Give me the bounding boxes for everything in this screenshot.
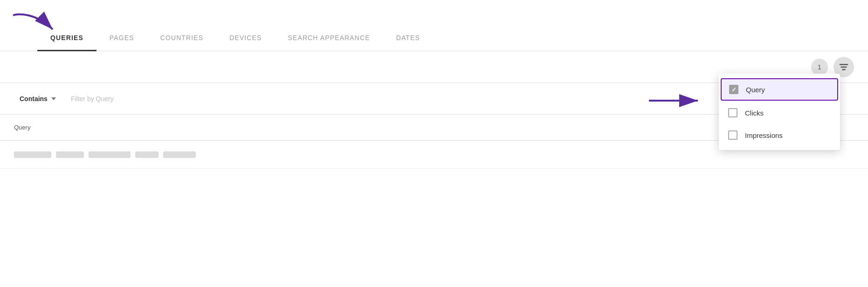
impressions-checkbox[interactable] <box>728 130 737 140</box>
impressions-option-label: Impressions <box>745 131 783 139</box>
query-option-label: Query <box>746 86 765 94</box>
tab-countries[interactable]: COUNTRIES <box>147 26 217 51</box>
filter-query-input[interactable]: Filter by Query <box>71 95 114 102</box>
dropdown-item-clicks[interactable]: Clicks <box>719 102 840 124</box>
tabs-bar: QUERIES PAGES COUNTRIES DEVICES SEARCH A… <box>0 0 868 51</box>
clicks-checkbox[interactable] <box>728 108 737 117</box>
chevron-down-icon <box>51 97 56 100</box>
clicks-option-label: Clicks <box>745 109 764 117</box>
blurred-query-text <box>14 151 196 158</box>
dropdown-item-impressions[interactable]: Impressions <box>719 124 840 146</box>
tab-dates[interactable]: DATES <box>383 26 433 51</box>
tab-search-appearance[interactable]: SEARCH APPEARANCE <box>275 26 383 51</box>
dropdown-item-query[interactable]: Query <box>721 78 838 101</box>
columns-dropdown-panel: Query Clicks Impressions <box>719 74 840 150</box>
tab-queries[interactable]: QUERIES <box>37 26 96 51</box>
query-column-header: Query <box>14 124 30 131</box>
filter-count-badge[interactable]: 1 <box>811 59 828 75</box>
dropdown-arrow-annotation <box>644 87 705 115</box>
contains-dropdown-button[interactable]: Contains <box>14 91 62 106</box>
tab-pages[interactable]: PAGES <box>96 26 147 51</box>
query-checkbox[interactable] <box>729 85 738 94</box>
tab-devices[interactable]: DEVICES <box>216 26 275 51</box>
